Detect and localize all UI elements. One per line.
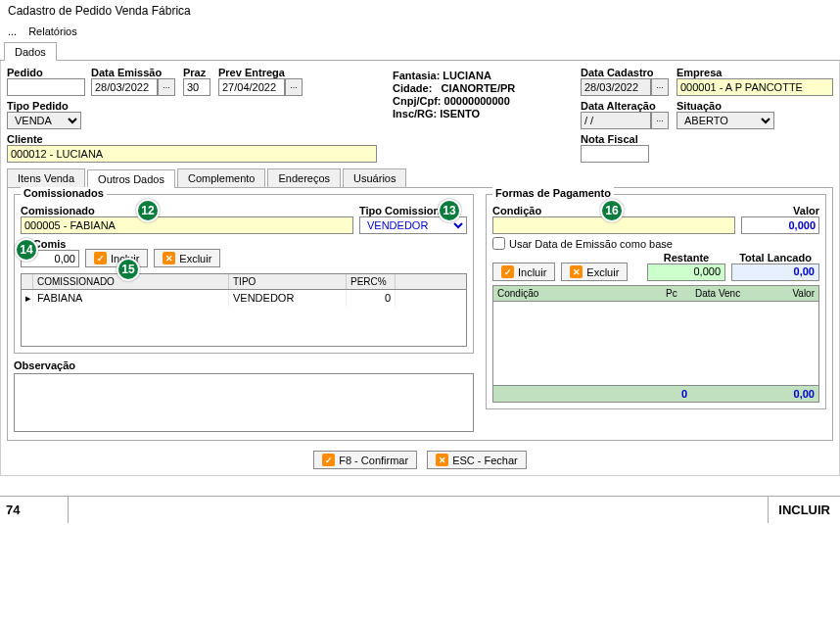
- pag-foot-left: 0: [662, 386, 691, 402]
- condicao-label: Condição: [492, 205, 735, 216]
- restante-value: 0,000: [647, 264, 725, 281]
- pct-comis-input[interactable]: [21, 250, 79, 267]
- menu-bar: ... Relatórios: [0, 22, 840, 41]
- comissionado-label: Comissionado: [21, 205, 353, 216]
- pedido-label: Pedido: [7, 67, 85, 78]
- data-alteracao-input: [581, 112, 651, 129]
- check-icon: ✓: [501, 265, 514, 278]
- menu-relatorios[interactable]: Relatórios: [28, 25, 77, 37]
- tab-enderecos[interactable]: Endereços: [267, 168, 341, 187]
- pag-grid-h3: Data Venc: [691, 286, 760, 301]
- usar-data-label: Usar Data de Emissão como base: [509, 238, 673, 250]
- valor-input[interactable]: [741, 216, 819, 234]
- prev-entrega-input[interactable]: [218, 78, 285, 96]
- comis-grid-h3: PERC%: [347, 274, 396, 289]
- data-cadastro-input: [581, 78, 651, 96]
- observacao-label: Observação: [14, 359, 75, 371]
- fechar-button[interactable]: ✕ESC - Fechar: [427, 451, 527, 469]
- check-icon: ✓: [322, 454, 335, 466]
- comis-incluir-button[interactable]: ✓Incluir: [85, 249, 148, 267]
- main-tab-strip: Dados: [0, 41, 840, 61]
- tipo-comissionado-select[interactable]: VENDEDOR: [359, 216, 467, 234]
- data-emissao-input[interactable]: [91, 78, 158, 96]
- condicao-input[interactable]: [492, 216, 735, 234]
- praz-label: Praz: [183, 67, 212, 78]
- valor-label: Valor: [741, 205, 819, 216]
- prev-entrega-picker[interactable]: ···: [285, 78, 303, 96]
- tab-usuarios[interactable]: Usuários: [343, 168, 406, 187]
- pag-excluir-button[interactable]: ✕Excluir: [561, 263, 628, 281]
- comis-grid-h1: COMISSIONADO: [33, 274, 229, 289]
- check-icon: ✓: [94, 252, 107, 264]
- data-alteracao-label: Data Alteração: [581, 100, 671, 112]
- cliente-label: Cliente: [7, 133, 377, 145]
- pct-comis-label: % Comis: [21, 238, 79, 250]
- tipo-pedido-select[interactable]: VENDA: [7, 112, 81, 129]
- empresa-input[interactable]: [677, 78, 833, 96]
- nota-fiscal-label: Nota Fiscal: [581, 133, 649, 145]
- pag-grid-h1: Condição: [493, 286, 662, 301]
- data-emissao-label: Data Emissão: [91, 67, 177, 78]
- usar-data-checkbox[interactable]: [492, 237, 505, 250]
- data-cadastro-label: Data Cadastro: [581, 67, 671, 78]
- pag-foot-right: 0,00: [760, 386, 818, 402]
- tipo-pedido-label: Tipo Pedido: [7, 100, 81, 112]
- panel-outros-dados: Comissionados Comissionado 12 Tipo Comis…: [7, 188, 833, 441]
- fantasia-line: Fantasia: LUCIANA: [393, 70, 567, 81]
- sub-tabs: Itens Venda Outros Dados Complemento End…: [7, 168, 833, 188]
- pedido-input[interactable]: [7, 78, 85, 96]
- prev-entrega-label: Prev Entrega: [218, 67, 304, 78]
- data-cadastro-picker[interactable]: ···: [651, 78, 669, 96]
- footer-buttons: ✓F8 - Confirmar ✕ESC - Fechar: [7, 451, 833, 469]
- status-left: 74: [0, 497, 69, 523]
- tab-outros-dados[interactable]: Outros Dados: [87, 169, 175, 188]
- praz-input[interactable]: [183, 78, 210, 96]
- restante-label: Restante: [647, 252, 725, 264]
- total-lancado-label: Total Lancado: [731, 252, 819, 264]
- cliente-input[interactable]: [7, 145, 377, 163]
- nota-fiscal-input[interactable]: [581, 145, 649, 163]
- pag-grid-h2: Pc: [662, 286, 691, 301]
- comissionado-input[interactable]: [21, 216, 353, 234]
- cnpj-line: Cnpj/Cpf: 00000000000: [393, 95, 567, 107]
- header-row: Pedido Data Emissão ··· Praz Prev Entreg…: [7, 67, 833, 163]
- comissionados-group: Comissionados Comissionado 12 Tipo Comis…: [14, 194, 474, 354]
- form-body: Pedido Data Emissão ··· Praz Prev Entreg…: [0, 61, 840, 476]
- data-emissao-picker[interactable]: ···: [158, 78, 175, 96]
- window-title: Cadastro de Pedido Venda Fábrica: [0, 0, 840, 22]
- pag-grid-h4: Valor: [760, 286, 818, 301]
- x-icon: ✕: [436, 454, 448, 466]
- pagamento-grid: Condição Pc Data Venc Valor 0 0,00: [492, 285, 819, 403]
- tab-itens-venda[interactable]: Itens Venda: [7, 168, 85, 187]
- comis-grid-h2: TIPO: [229, 274, 347, 289]
- total-lancado-value: 0,00: [731, 264, 819, 281]
- comis-excluir-button[interactable]: ✕Excluir: [154, 249, 220, 267]
- pag-incluir-button[interactable]: ✓Incluir: [492, 263, 555, 281]
- pagamento-group: Formas de Pagamento Condição 16 Valor Us…: [486, 194, 826, 409]
- pagamento-title: Formas de Pagamento: [492, 187, 614, 199]
- situacao-label: Situação: [677, 100, 774, 112]
- tipo-comissionado-label: Tipo Comissionado: [359, 205, 467, 216]
- comis-grid: COMISSIONADO TIPO PERC% ▸ FABIANA VENDED…: [21, 273, 467, 347]
- status-right: INCLUIR: [768, 497, 840, 523]
- status-bar: 74 INCLUIR: [0, 496, 840, 523]
- x-icon: ✕: [163, 252, 175, 264]
- empresa-label: Empresa: [677, 67, 833, 78]
- menu-ellipsis[interactable]: ...: [8, 25, 17, 37]
- data-alteracao-picker[interactable]: ···: [651, 112, 669, 129]
- situacao-select[interactable]: ABERTO: [677, 112, 774, 129]
- insc-line: Insc/RG: ISENTO: [393, 108, 567, 120]
- comis-grid-row[interactable]: ▸ FABIANA VENDEDOR 0: [22, 290, 466, 307]
- observacao-textarea[interactable]: [14, 373, 474, 432]
- tab-complemento[interactable]: Complemento: [177, 168, 265, 187]
- comissionados-title: Comissionados: [21, 187, 107, 199]
- cidade-line: Cidade: CIANORTE/PR: [393, 82, 567, 94]
- tab-dados[interactable]: Dados: [4, 42, 57, 61]
- x-icon: ✕: [570, 265, 583, 278]
- confirmar-button[interactable]: ✓F8 - Confirmar: [313, 451, 417, 469]
